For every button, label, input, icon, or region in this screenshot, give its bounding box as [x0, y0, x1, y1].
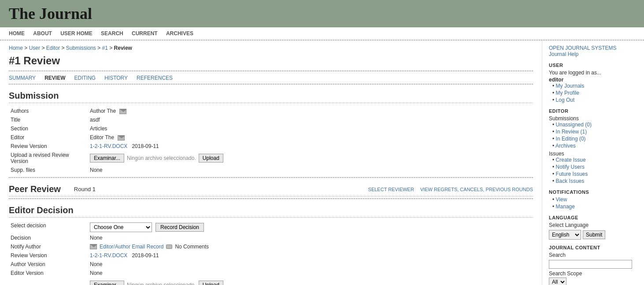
- breadcrumb: Home > User > Editor > Submissions > #1 …: [9, 45, 533, 51]
- email-record-link[interactable]: Editor/Author Email Record: [100, 244, 163, 250]
- log-out-link[interactable]: Log Out: [556, 97, 575, 103]
- section-value: Articles: [88, 124, 533, 133]
- nav-user-home[interactable]: USER HOME: [60, 30, 93, 37]
- list-item: Future Issues: [552, 171, 632, 177]
- table-row: Select decision Choose One Accept Submis…: [9, 221, 533, 233]
- future-issues-link[interactable]: Future Issues: [556, 171, 588, 177]
- breadcrumb-user[interactable]: User: [29, 45, 40, 51]
- list-item: Notify Users: [552, 164, 632, 170]
- nav-archives[interactable]: ARCHIVES: [166, 30, 193, 37]
- search-scope-dropdown[interactable]: All: [549, 278, 566, 285]
- tab-references[interactable]: REFERENCES: [137, 75, 173, 81]
- nav-current[interactable]: CURRENT: [132, 30, 158, 37]
- main-content: Home > User > Editor > Submissions > #1 …: [0, 41, 542, 285]
- file-upload-row: Examinar... Ningún archivo seleccionado.…: [90, 154, 531, 163]
- ed-upload-button[interactable]: Upload: [199, 281, 223, 285]
- user-section-title: USER: [549, 63, 632, 68]
- ed-no-file-label: Ningún archivo seleccionado.: [127, 282, 196, 285]
- notify-users-link[interactable]: Notify Users: [556, 164, 585, 170]
- upload-button[interactable]: Upload: [199, 154, 223, 163]
- editor-version-label: Editor Version: [9, 269, 88, 278]
- table-row: Section Articles: [9, 124, 533, 133]
- select-reviewer-link[interactable]: SELECT REVIEWER: [368, 187, 414, 192]
- view-notifications-link[interactable]: View: [556, 196, 567, 203]
- editor-decision-table: Select decision Choose One Accept Submis…: [9, 221, 533, 285]
- list-item: Create Issue: [552, 157, 632, 163]
- editor-label: Editor: [9, 133, 88, 142]
- submit-language-button[interactable]: Submit: [583, 230, 605, 239]
- breadcrumb-home[interactable]: Home: [9, 45, 23, 51]
- select-language-label: Select Language: [549, 222, 632, 228]
- decision-dropdown[interactable]: Choose One Accept Submission Revisions R…: [90, 222, 152, 232]
- tab-review[interactable]: REVIEW: [44, 75, 65, 81]
- browse-button[interactable]: Examinar...: [90, 154, 124, 163]
- archives-link[interactable]: Archives: [555, 143, 576, 149]
- submission-table: Authors Author The Title asdf Section Ar…: [9, 107, 533, 174]
- my-profile-link[interactable]: My Profile: [556, 90, 579, 96]
- editor-email-icon[interactable]: [118, 135, 125, 141]
- tab-summary[interactable]: SUMMARY: [9, 75, 36, 81]
- logged-in-role: editor: [549, 77, 632, 83]
- site-title: The Journal: [9, 4, 92, 23]
- title-value: asdf: [88, 115, 533, 124]
- language-select-row: English Español Français Submit: [549, 230, 632, 240]
- search-scope-label: Search Scope: [549, 270, 632, 277]
- table-row: Editor Version None: [9, 269, 533, 278]
- back-issues-link[interactable]: Back Issues: [556, 178, 585, 184]
- breadcrumb-submissions[interactable]: Submissions: [66, 45, 96, 51]
- comment-icon[interactable]: [166, 244, 172, 249]
- list-item: My Journals: [552, 83, 632, 89]
- author-email-icon[interactable]: [119, 109, 126, 114]
- breadcrumb-editor[interactable]: Editor: [46, 45, 60, 51]
- table-row: Upload a revised Review Version Examinar…: [9, 151, 533, 166]
- in-editing-link[interactable]: In Editing (0): [556, 136, 586, 142]
- search-input[interactable]: [549, 260, 632, 269]
- table-row: Author Version None: [9, 260, 533, 269]
- tab-history[interactable]: HISTORY: [104, 75, 128, 81]
- ed-review-version-link[interactable]: 1-2-1-RV.DOCX: [90, 252, 127, 259]
- author-version-label: Author Version: [9, 260, 88, 269]
- decision-label: Decision: [9, 233, 88, 242]
- ed-review-version-date: 2018-09-11: [132, 252, 159, 259]
- decision-value: None: [88, 233, 533, 242]
- tab-editing[interactable]: EDITING: [74, 75, 96, 81]
- my-journals-link[interactable]: My Journals: [556, 83, 585, 89]
- record-decision-button[interactable]: Record Decision: [155, 223, 204, 232]
- select-decision-cell: Choose One Accept Submission Revisions R…: [88, 221, 533, 233]
- sidebar: OPEN JOURNAL SYSTEMS Journal Help USER Y…: [542, 41, 639, 285]
- nav-home[interactable]: HOME: [9, 30, 25, 37]
- main-nav: HOME ABOUT USER HOME SEARCH CURRENT ARCH…: [0, 27, 644, 41]
- manage-notifications-link[interactable]: Manage: [556, 204, 575, 210]
- review-version-ed-value: 1-2-1-RV.DOCX 2018-09-11: [88, 251, 533, 260]
- notify-author-label: Notify Author: [9, 242, 88, 251]
- ed-upload-label: [9, 278, 88, 285]
- editor-version-value: None: [88, 269, 533, 278]
- submissions-label: Submissions: [549, 115, 632, 122]
- journal-help-link[interactable]: Journal Help: [549, 51, 578, 57]
- table-row: Examinar... Ningún archivo seleccionado.…: [9, 278, 533, 285]
- list-item: Back Issues: [552, 178, 632, 184]
- nav-search[interactable]: SEARCH: [101, 30, 123, 37]
- open-journal-systems-link[interactable]: OPEN JOURNAL SYSTEMS: [549, 45, 617, 51]
- view-regrets-link[interactable]: VIEW REGRETS, CANCELS, PREVIOUS ROUNDS: [420, 187, 533, 192]
- ed-browse-button[interactable]: Examinar...: [90, 281, 124, 285]
- peer-review-links: SELECT REVIEWER VIEW REGRETS, CANCELS, P…: [368, 187, 533, 192]
- list-item: View: [552, 196, 632, 203]
- review-version-ed-label: Review Version: [9, 251, 88, 260]
- review-version-link[interactable]: 1-2-1-RV.DOCX: [90, 143, 127, 149]
- authors-value: Author The: [88, 107, 533, 115]
- language-dropdown[interactable]: English Español Français: [549, 230, 581, 240]
- table-row: Title asdf: [9, 115, 533, 124]
- in-review-link[interactable]: In Review (1): [556, 129, 587, 135]
- table-row: Notify Author Editor/Author Email Record…: [9, 242, 533, 251]
- nav-about[interactable]: ABOUT: [33, 30, 52, 37]
- breadcrumb-id[interactable]: #1: [102, 45, 108, 51]
- unassigned-link[interactable]: Unassigned (0): [556, 122, 592, 128]
- no-file-label: Ningún archivo seleccionado.: [127, 155, 196, 161]
- peer-review-round: Round 1: [74, 186, 96, 192]
- issue-links: Create Issue Notify Users Future Issues …: [549, 157, 632, 184]
- issues-label: Issues: [549, 151, 632, 157]
- create-issue-link[interactable]: Create Issue: [556, 157, 586, 163]
- notify-email-icon[interactable]: [90, 244, 97, 249]
- peer-review-heading: Peer Review: [9, 184, 61, 194]
